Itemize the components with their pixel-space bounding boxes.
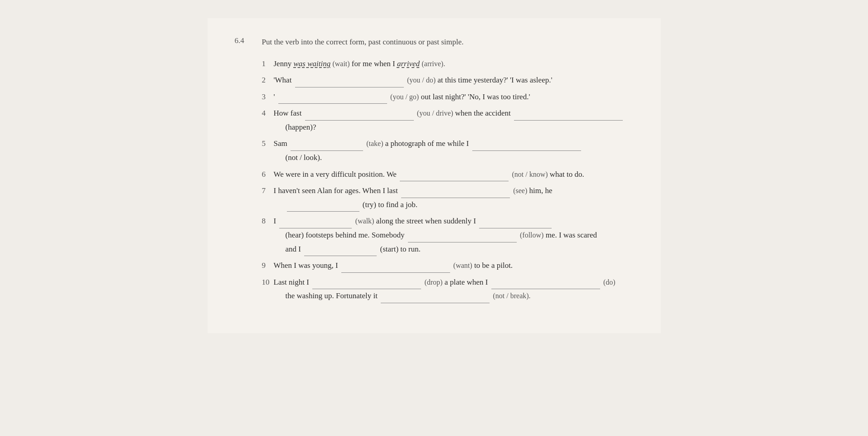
hint: (follow) bbox=[520, 231, 543, 239]
continuation: (happen)? bbox=[274, 121, 634, 135]
item-number: 9 bbox=[262, 259, 274, 273]
exercise-number: 6.4 bbox=[235, 36, 251, 45]
hint: (not / know) bbox=[512, 170, 548, 178]
answer-blank[interactable] bbox=[479, 220, 552, 228]
answer-blank[interactable] bbox=[295, 79, 404, 87]
answer-blank[interactable] bbox=[341, 265, 450, 273]
answer-blank[interactable] bbox=[278, 96, 387, 104]
answer-blank[interactable] bbox=[408, 234, 517, 242]
list-item: 5 Sam (take) a photograph of me while I … bbox=[262, 137, 634, 165]
item-text: ' (you / go) out last night?' 'No, I was… bbox=[274, 90, 634, 104]
list-item: 2 'What (you / do) at this time yesterda… bbox=[262, 73, 634, 87]
continuation: (try) to find a job. bbox=[274, 198, 634, 212]
answer-blank[interactable] bbox=[401, 190, 510, 198]
hint: (you / drive) bbox=[417, 109, 453, 117]
hint: (take) bbox=[366, 140, 383, 147]
item-text: I (walk) along the street when suddenly … bbox=[274, 214, 634, 256]
filled-answer: was waiting bbox=[293, 59, 330, 68]
item-number: 8 bbox=[262, 214, 274, 228]
hint: (drop) bbox=[424, 278, 442, 286]
list-item: 3 ' (you / go) out last night?' 'No, I w… bbox=[262, 90, 634, 104]
exercise-instruction: Put the verb into the correct form, past… bbox=[262, 36, 464, 48]
hint: (want) bbox=[453, 262, 472, 269]
item-text: When I was young, I (want) to be a pilot… bbox=[274, 259, 634, 273]
answer-blank[interactable] bbox=[381, 295, 490, 303]
list-item: 10 Last night I (drop) a plate when I (d… bbox=[262, 276, 634, 303]
answer-blank[interactable] bbox=[291, 143, 363, 151]
continuation: (not / look). bbox=[274, 151, 634, 165]
list-item: 6 We were in a very difficult position. … bbox=[262, 168, 634, 182]
item-number: 6 bbox=[262, 168, 274, 182]
hint: (arrive). bbox=[422, 60, 445, 68]
list-item: 4 How fast (you / drive) when the accide… bbox=[262, 107, 634, 134]
answer-blank[interactable] bbox=[279, 220, 352, 228]
exercise-header: 6.4 Put the verb into the correct form, … bbox=[235, 36, 634, 48]
item-text: Last night I (drop) a plate when I (do) … bbox=[274, 276, 634, 303]
continuation: the washing up. Fortunately it (not / br… bbox=[274, 289, 634, 303]
hint: (wait) bbox=[332, 60, 349, 68]
answer-blank[interactable] bbox=[312, 281, 421, 289]
answer-blank[interactable] bbox=[400, 173, 509, 181]
item-text: Jenny was waiting (wait) for me when I a… bbox=[274, 57, 634, 71]
continuation: (hear) footsteps behind me. Somebody (fo… bbox=[274, 228, 634, 242]
item-text: How fast (you / drive) when the accident… bbox=[274, 107, 634, 134]
item-number: 2 bbox=[262, 73, 274, 87]
answer-blank[interactable] bbox=[287, 203, 359, 212]
answer-blank[interactable] bbox=[514, 112, 623, 121]
list-item: 1 Jenny was waiting (wait) for me when I… bbox=[262, 57, 634, 71]
list-item: 8 I (walk) along the street when suddenl… bbox=[262, 214, 634, 256]
exercise-items: 1 Jenny was waiting (wait) for me when I… bbox=[262, 57, 634, 304]
item-number: 4 bbox=[262, 107, 274, 121]
continuation: and I (start) to run. bbox=[274, 242, 634, 257]
item-text: 'What (you / do) at this time yesterday?… bbox=[274, 73, 634, 87]
answer-blank[interactable] bbox=[472, 143, 581, 151]
page: 6.4 Put the verb into the correct form, … bbox=[208, 18, 661, 333]
item-text: We were in a very difficult position. We… bbox=[274, 168, 634, 182]
item-number: 3 bbox=[262, 90, 274, 104]
hint: (you / go) bbox=[390, 93, 419, 101]
filled-answer: arrived bbox=[397, 59, 420, 68]
item-number: 1 bbox=[262, 57, 274, 71]
item-text: Sam (take) a photograph of me while I (n… bbox=[274, 137, 634, 165]
answer-blank[interactable] bbox=[491, 281, 600, 289]
item-number: 5 bbox=[262, 137, 274, 151]
item-number: 10 bbox=[262, 276, 274, 290]
hint: (do) bbox=[603, 278, 616, 286]
item-text: I haven't seen Alan for ages. When I las… bbox=[274, 184, 634, 212]
hint: (walk) bbox=[355, 217, 374, 225]
hint: (see) bbox=[513, 187, 527, 194]
list-item: 9 When I was young, I (want) to be a pil… bbox=[262, 259, 634, 273]
item-number: 7 bbox=[262, 184, 274, 198]
answer-blank[interactable] bbox=[304, 248, 377, 256]
answer-blank[interactable] bbox=[305, 112, 414, 121]
list-item: 7 I haven't seen Alan for ages. When I l… bbox=[262, 184, 634, 212]
hint: (not / break). bbox=[493, 292, 531, 300]
hint: (you / do) bbox=[407, 76, 436, 84]
